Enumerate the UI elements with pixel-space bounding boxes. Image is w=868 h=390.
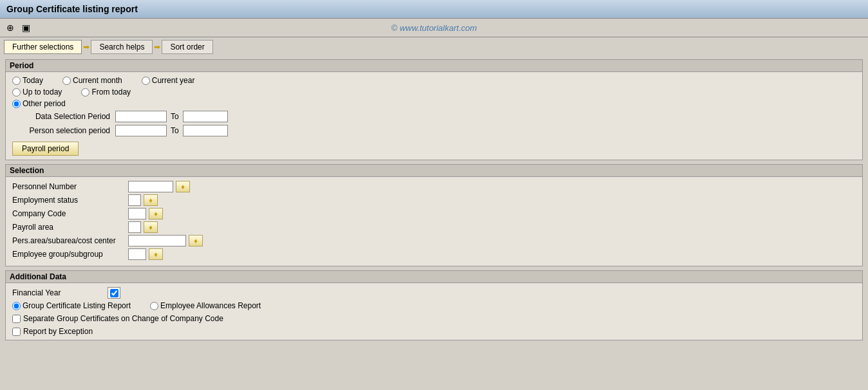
radio-from-today[interactable]: [81, 88, 90, 97]
radio-employee-allow[interactable]: [150, 302, 158, 310]
to-label-1: To: [171, 112, 179, 121]
radio-other-period-label[interactable]: Other period: [12, 99, 66, 108]
financial-year-checkbox[interactable]: [110, 289, 118, 297]
payroll-area-row: Payroll area ♦: [12, 221, 856, 233]
data-selection-period-to[interactable]: [183, 111, 228, 122]
payroll-period-button[interactable]: Payroll period: [12, 142, 79, 156]
payroll-area-select-btn[interactable]: ♦: [144, 221, 158, 233]
diamond-arrow-icon-6: ♦: [154, 250, 158, 258]
company-code-input[interactable]: [128, 208, 146, 219]
arrow-icon-1: ➡: [83, 42, 90, 51]
report-type-row: Group Certificate Listing Report Employe…: [12, 301, 856, 310]
person-selection-period-label: Person selection period: [12, 126, 115, 135]
period-radio-row-3: Other period: [12, 99, 856, 108]
payroll-area-input[interactable]: [128, 221, 141, 233]
to-label-2: To: [171, 126, 179, 135]
radio-up-to-today-label[interactable]: Up to today: [12, 88, 62, 97]
personnel-number-row: Personnel Number ♦: [12, 181, 856, 192]
personnel-number-select-btn[interactable]: ♦: [176, 181, 190, 192]
financial-year-row: Financial Year: [12, 287, 856, 299]
diamond-arrow-icon-3: ♦: [154, 210, 158, 218]
payroll-area-label: Payroll area: [12, 223, 128, 232]
person-selection-period-from[interactable]: [115, 125, 167, 136]
diamond-arrow-icon-2: ♦: [149, 196, 153, 204]
radio-group-cert-label[interactable]: Group Certificate Listing Report: [12, 301, 131, 310]
search-helps-label: Search helps: [99, 42, 144, 51]
financial-year-checkbox-display: [108, 287, 120, 299]
page-title: Group Certificate listing report: [6, 4, 138, 14]
data-selection-period-label: Data Selection Period: [12, 112, 115, 121]
person-selection-period-row: Person selection period To: [12, 125, 856, 136]
selection-section: Selection Personnel Number ♦ Employment …: [5, 164, 863, 266]
pers-area-row: Pers.area/subarea/cost center ♦: [12, 235, 856, 246]
radio-up-to-today[interactable]: [12, 88, 21, 97]
checkbox-exception-label: Report by Exception: [23, 327, 93, 336]
radio-other-period[interactable]: [12, 100, 21, 108]
radio-current-year[interactable]: [142, 77, 150, 85]
additional-section: Additional Data Financial Year Group Cer…: [5, 270, 863, 340]
radio-current-year-label[interactable]: Current year: [142, 76, 195, 85]
period-section-header: Period: [6, 60, 862, 72]
additional-section-content: Financial Year Group Certificate Listing…: [6, 283, 862, 340]
tabs-bar: Further selections ➡ Search helps ➡ Sort…: [0, 37, 868, 57]
further-selections-label: Further selections: [12, 42, 73, 51]
additional-section-header: Additional Data: [6, 271, 862, 283]
diamond-arrow-icon: ♦: [181, 183, 185, 190]
pers-area-input[interactable]: [128, 235, 186, 246]
radio-current-month[interactable]: [62, 77, 71, 85]
tab-further-selections[interactable]: Further selections: [4, 40, 82, 54]
employment-status-label: Employment status: [12, 196, 128, 205]
sort-order-label: Sort order: [170, 42, 204, 51]
watermark: © www.tutorialkart.com: [391, 23, 476, 33]
checkbox-separate-row: Separate Group Certificates on Change of…: [12, 314, 856, 323]
pers-area-select-btn[interactable]: ♦: [189, 235, 203, 246]
company-code-label: Company Code: [12, 209, 128, 218]
period-radio-row-1: Today Current month Current year: [12, 76, 856, 85]
data-selection-period-from[interactable]: [115, 111, 167, 122]
radio-group-cert[interactable]: [12, 302, 21, 310]
clock-icon[interactable]: ⊕: [4, 21, 17, 34]
radio-today-label[interactable]: Today: [12, 76, 43, 85]
period-section-content: Today Current month Current year Up to t…: [6, 72, 862, 160]
radio-from-today-label[interactable]: From today: [81, 88, 131, 97]
person-selection-period-to[interactable]: [183, 125, 228, 136]
radio-employee-allow-label[interactable]: Employee Allowances Report: [150, 301, 261, 310]
radio-today[interactable]: [12, 77, 21, 85]
diamond-arrow-icon-5: ♦: [194, 237, 198, 245]
data-selection-period-row: Data Selection Period To: [12, 111, 856, 122]
company-code-select-btn[interactable]: ♦: [149, 208, 163, 219]
arrow-icon-2: ➡: [154, 42, 160, 51]
save-icon[interactable]: ▣: [19, 21, 32, 34]
period-radio-row-2: Up to today From today: [12, 88, 856, 97]
employment-status-row: Employment status ♦: [12, 194, 856, 206]
company-code-row: Company Code ♦: [12, 208, 856, 219]
content-area: Period Today Current month Current year: [0, 57, 868, 347]
checkbox-exception[interactable]: [12, 328, 21, 336]
period-section: Period Today Current month Current year: [5, 59, 863, 160]
title-bar: Group Certificate listing report: [0, 0, 868, 19]
diamond-arrow-icon-4: ♦: [149, 223, 153, 231]
radio-current-month-label[interactable]: Current month: [62, 76, 122, 85]
employee-group-label: Employee group/subgroup: [12, 250, 128, 259]
financial-year-label: Financial Year: [12, 288, 102, 297]
tab-search-helps[interactable]: Search helps: [91, 40, 153, 54]
checkbox-separate[interactable]: [12, 315, 21, 323]
checkbox-separate-label: Separate Group Certificates on Change of…: [23, 314, 223, 323]
personnel-number-input[interactable]: [128, 181, 173, 192]
personnel-number-label: Personnel Number: [12, 182, 128, 191]
tab-sort-order[interactable]: Sort order: [162, 40, 212, 54]
employment-status-input[interactable]: [128, 194, 141, 206]
toolbar: ⊕ ▣ © www.tutorialkart.com: [0, 19, 868, 37]
selection-section-header: Selection: [6, 165, 862, 177]
employee-group-row: Employee group/subgroup ♦: [12, 248, 856, 260]
employment-status-select-btn[interactable]: ♦: [144, 194, 158, 206]
checkbox-exception-row: Report by Exception: [12, 327, 856, 336]
pers-area-label: Pers.area/subarea/cost center: [12, 236, 128, 245]
selection-section-content: Personnel Number ♦ Employment status ♦: [6, 177, 862, 266]
employee-group-input[interactable]: [128, 248, 146, 260]
employee-group-select-btn[interactable]: ♦: [149, 248, 163, 260]
